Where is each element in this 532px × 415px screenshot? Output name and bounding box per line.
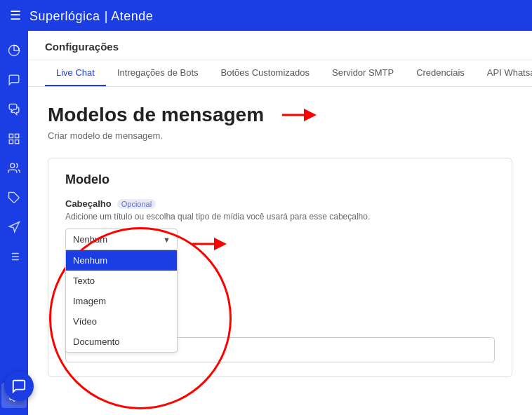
sidebar-icon-comments[interactable] (1, 97, 27, 122)
navbar: ☰ Superlógica | Atende (0, 0, 532, 31)
hamburger-menu[interactable]: ☰ (10, 8, 21, 23)
sidebar-icon-chart[interactable] (1, 38, 27, 63)
modelo-title: Modelo (65, 172, 495, 187)
main-content: Modelos de mensagem Criar modelo de mens… (28, 87, 532, 408)
dropdown-selected-value: Nenhum (73, 234, 107, 245)
brand-logo: Superlógica | Atende (29, 8, 153, 24)
arrow-annotation (275, 105, 317, 125)
option-video-label: Vídeo (73, 316, 97, 327)
sidebar-icon-dashboard[interactable] (1, 126, 27, 151)
page-subtitle: Criar modelo de mensagem. (48, 130, 512, 141)
tab-integracoes-bots[interactable]: Intregações de Bots (106, 60, 210, 86)
svg-rect-3 (15, 140, 19, 144)
content-wrapper: Modelos de mensagem Criar modelo de mens… (28, 87, 532, 408)
dropdown-select[interactable]: Nenhum (65, 229, 178, 250)
cabecalho-label-row: Cabeçalho Opcional (65, 198, 495, 209)
main-layout: Configurações Live Chat Intregações de B… (0, 31, 532, 415)
sidebar-icon-list[interactable] (1, 244, 27, 269)
svg-rect-4 (9, 140, 13, 144)
title-row: Modelos de mensagem (48, 104, 512, 126)
sidebar-icon-users[interactable] (1, 156, 27, 181)
dropdown-option-nenhum[interactable]: Nenhum (66, 250, 177, 271)
modelo-card: Modelo Cabeçalho Opcional Adicione um tí… (48, 158, 512, 377)
dropdown-wrapper: Nenhum ▼ (65, 229, 178, 250)
dropdown-option-video[interactable]: Vídeo (66, 311, 177, 332)
optional-badge: Opcional (117, 199, 156, 209)
tabs-bar: Live Chat Intregações de Bots Botões Cus… (28, 60, 532, 87)
brand-separator: | (105, 9, 112, 23)
page-header: Configurações (28, 31, 532, 60)
tab-servidor-smtp[interactable]: Servidor SMTP (321, 60, 405, 86)
sidebar-icon-megaphone[interactable] (1, 215, 27, 240)
svg-point-5 (11, 163, 15, 168)
cabecalho-field-group: Cabeçalho Opcional Adicione um título ou… (65, 198, 495, 250)
chat-floating-button[interactable] (4, 372, 34, 401)
dropdown-container: Nenhum ▼ Nenhum Texto (65, 229, 178, 250)
tab-live-chat[interactable]: Live Chat (45, 60, 106, 86)
page-header-title: Configurações (45, 41, 515, 53)
cabecalho-label: Cabeçalho (65, 198, 112, 209)
dropdown-option-imagem[interactable]: Imagem (66, 291, 177, 311)
dropdown-list: Nenhum Texto Imagem Vídeo (65, 250, 178, 353)
sidebar-icon-chat[interactable] (1, 67, 27, 93)
svg-rect-1 (9, 134, 13, 137)
app-name: Atende (111, 9, 153, 23)
svg-rect-2 (15, 134, 19, 137)
main-content-area: Configurações Live Chat Intregações de B… (28, 31, 532, 415)
option-nenhum-label: Nenhum (73, 255, 107, 266)
option-texto-label: Texto (73, 275, 95, 286)
option-imagem-label: Imagem (73, 296, 106, 306)
dropdown-arrow-annotation (185, 234, 227, 254)
sidebar-icon-tag[interactable] (1, 185, 27, 210)
cabecalho-hint: Adicione um título ou escolha qual tipo … (65, 212, 495, 222)
sidebar (0, 31, 28, 415)
page-title: Modelos de mensagem (48, 104, 264, 126)
tab-botoes-customizados[interactable]: Botões Customizados (210, 60, 321, 86)
dropdown-option-documento[interactable]: Documento (66, 332, 177, 352)
tab-credenciais[interactable]: Credenciais (405, 60, 476, 86)
dropdown-option-texto[interactable]: Texto (66, 271, 177, 291)
tab-api-whatsapp[interactable]: API Whatsapp (476, 60, 532, 86)
option-documento-label: Documento (73, 336, 119, 347)
brand-name: Superlógica (29, 9, 100, 23)
